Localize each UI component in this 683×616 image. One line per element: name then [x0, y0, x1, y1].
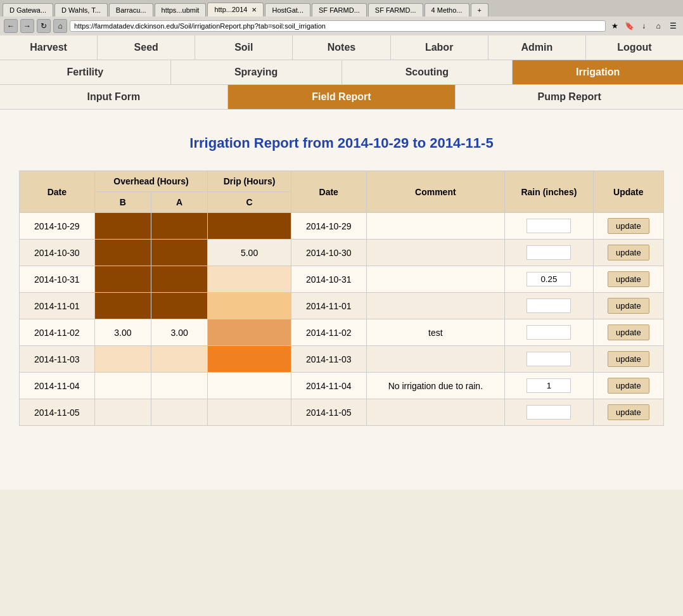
- cell-c: [208, 266, 291, 293]
- nav-labor[interactable]: Labor: [391, 35, 488, 60]
- cell-c: [208, 213, 291, 240]
- refresh-button[interactable]: ↻: [37, 19, 51, 33]
- url-input[interactable]: [70, 20, 606, 32]
- cell-rain[interactable]: [505, 373, 594, 399]
- cell-date1: 2014-11-02: [20, 319, 95, 346]
- tab-farmd2[interactable]: SF FARMD...: [368, 3, 423, 16]
- cell-update[interactable]: update: [593, 266, 663, 293]
- cell-b: [94, 213, 151, 240]
- download-icon[interactable]: ↓: [637, 20, 650, 32]
- address-bar: ← → ↻ ⌂ ★ 🔖 ↓ ⌂ ☰: [0, 16, 683, 35]
- tab-metho[interactable]: 4 Metho...: [424, 3, 469, 16]
- update-button[interactable]: update: [608, 245, 649, 260]
- cell-c: [208, 319, 291, 346]
- nav-fertility[interactable]: Fertility: [0, 60, 171, 84]
- cell-b: [94, 266, 151, 293]
- cell-comment: [366, 399, 504, 426]
- rain-input[interactable]: [527, 219, 571, 233]
- rain-input[interactable]: [527, 378, 571, 393]
- cell-a: [151, 346, 207, 373]
- cell-date1: 2014-11-03: [20, 346, 95, 373]
- cell-update[interactable]: update: [593, 399, 663, 426]
- nav-admin[interactable]: Admin: [488, 35, 586, 60]
- update-button[interactable]: update: [608, 271, 649, 287]
- rain-input[interactable]: [527, 405, 571, 420]
- cell-a: 3.00: [151, 319, 207, 346]
- cell-rain[interactable]: [505, 346, 594, 373]
- update-button[interactable]: update: [608, 218, 649, 234]
- th-date2: Date: [291, 171, 366, 213]
- cell-a: [151, 373, 207, 399]
- tab-barracuda[interactable]: Barracu...: [109, 3, 153, 16]
- update-button[interactable]: update: [608, 324, 649, 340]
- secondary-nav: Fertility Spraying Scouting Irrigation: [0, 60, 683, 85]
- menu-icon[interactable]: ☰: [667, 20, 679, 32]
- forward-button[interactable]: →: [20, 19, 34, 33]
- cell-date1: 2014-11-05: [20, 399, 95, 426]
- home-button[interactable]: ⌂: [53, 19, 67, 33]
- update-button[interactable]: update: [608, 351, 649, 367]
- nav-scouting[interactable]: Scouting: [342, 60, 513, 84]
- cell-date1: 2014-11-04: [20, 373, 95, 399]
- bookmark-icon[interactable]: 🔖: [623, 20, 635, 32]
- cell-comment: No irrigation due to rain.: [366, 373, 504, 399]
- update-button[interactable]: update: [608, 298, 649, 314]
- rain-input[interactable]: [527, 352, 571, 366]
- toolbar-icons: ★ 🔖 ↓ ⌂ ☰: [608, 20, 679, 32]
- cell-b: [94, 240, 151, 266]
- home-icon[interactable]: ⌂: [652, 20, 665, 32]
- cell-date2: 2014-10-31: [291, 266, 366, 293]
- cell-update[interactable]: update: [593, 319, 663, 346]
- rain-input[interactable]: [527, 245, 571, 260]
- tertiary-nav: Input Form Field Report Pump Report: [0, 85, 683, 110]
- star-icon[interactable]: ★: [608, 20, 621, 32]
- nav-field-report[interactable]: Field Report: [228, 85, 456, 109]
- cell-comment: [366, 213, 504, 240]
- nav-seed[interactable]: Seed: [98, 35, 195, 60]
- tab-gateway[interactable]: D Gatewa...: [3, 3, 53, 16]
- rain-input[interactable]: [527, 325, 571, 340]
- cell-update[interactable]: update: [593, 213, 663, 240]
- cell-update[interactable]: update: [593, 293, 663, 319]
- cell-rain[interactable]: [505, 399, 594, 426]
- nav-input-form[interactable]: Input Form: [0, 85, 228, 109]
- nav-notes[interactable]: Notes: [293, 35, 390, 60]
- nav-logout[interactable]: Logout: [586, 35, 683, 60]
- cell-update[interactable]: update: [593, 373, 663, 399]
- back-button[interactable]: ←: [4, 19, 18, 33]
- tab-submit[interactable]: https...ubmit: [155, 3, 207, 16]
- cell-comment: test: [366, 319, 504, 346]
- th-comment: Comment: [366, 171, 504, 213]
- tab-farmd1[interactable]: SF FARMD...: [312, 3, 367, 16]
- cell-rain[interactable]: [505, 213, 594, 240]
- nav-pump-report[interactable]: Pump Report: [456, 85, 683, 109]
- tab-wahls[interactable]: D Wahls, T...: [54, 3, 108, 16]
- rain-input[interactable]: [527, 272, 571, 286]
- irrigation-table: Date Overhead (Hours) Drip (Hours) Date …: [19, 170, 664, 426]
- nav-harvest[interactable]: Harvest: [0, 35, 98, 60]
- update-button[interactable]: update: [608, 378, 649, 394]
- cell-date1: 2014-10-31: [20, 266, 95, 293]
- tab-new[interactable]: +: [471, 3, 488, 16]
- cell-update[interactable]: update: [593, 346, 663, 373]
- cell-b: [94, 346, 151, 373]
- nav-irrigation[interactable]: Irrigation: [513, 60, 683, 84]
- cell-comment: [366, 346, 504, 373]
- cell-rain[interactable]: [505, 240, 594, 266]
- cell-update[interactable]: update: [593, 240, 663, 266]
- th-date: Date: [20, 171, 95, 213]
- tab-irrigation[interactable]: http...2014 ✕: [207, 3, 264, 16]
- th-overhead: Overhead (Hours): [94, 171, 208, 192]
- nav-spraying[interactable]: Spraying: [171, 60, 342, 84]
- cell-a: [151, 399, 207, 426]
- cell-rain[interactable]: [505, 293, 594, 319]
- report-title: Irrigation Report from 2014-10-29 to 201…: [19, 135, 664, 151]
- cell-date2: 2014-10-29: [291, 213, 366, 240]
- nav-soil[interactable]: Soil: [195, 35, 293, 60]
- cell-rain[interactable]: [505, 266, 594, 293]
- cell-date2: 2014-11-02: [291, 319, 366, 346]
- update-button[interactable]: update: [608, 404, 649, 420]
- tab-hostgat[interactable]: HostGat...: [265, 3, 310, 16]
- cell-rain[interactable]: [505, 319, 594, 346]
- rain-input[interactable]: [527, 298, 571, 313]
